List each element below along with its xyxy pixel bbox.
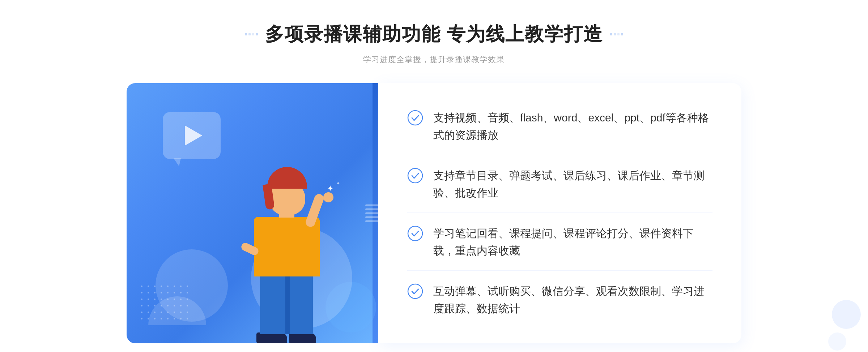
header-section: 多项录播课辅助功能 专为线上教学打造 学习进度全掌握，提升录播课教学效果 [245, 22, 623, 65]
dot-2 [248, 33, 251, 35]
dot-7 [617, 33, 620, 35]
dot-4 [256, 33, 258, 35]
subtitle: 学习进度全掌握，提升录播课教学效果 [245, 54, 623, 65]
deco-circle-right-1 [832, 300, 861, 329]
play-bubble [163, 112, 221, 159]
title-decoration-left [245, 33, 258, 35]
dot-8 [621, 33, 623, 35]
content-area: ✦ ✦ 支持视频、音频、flash、word、excel、ppt、pd [127, 83, 741, 343]
feature-text-3: 学习笔记回看、课程提问、课程评论打分、课件资料下载，重点内容收藏 [433, 225, 712, 259]
feature-item-3: 学习笔记回看、课程提问、课程评论打分、课件资料下载，重点内容收藏 [407, 214, 712, 271]
page-wrapper: 多项录播课辅助功能 专为线上教学打造 学习进度全掌握，提升录播课教学效果 » [0, 0, 868, 352]
illustration-container: ✦ ✦ [127, 83, 373, 343]
feature-text-4: 互动弹幕、试听购买、微信分享、观看次数限制、学习进度跟踪、数据统计 [433, 283, 712, 317]
star-small: ✦ [336, 180, 340, 186]
hand-tip [323, 192, 333, 202]
deco-circle-right-2 [828, 332, 846, 351]
feature-item-2: 支持章节目录、弹题考试、课后练习、课后作业、章节测验、批改作业 [407, 156, 712, 213]
svg-point-3 [408, 284, 422, 299]
dot-1 [245, 33, 247, 35]
features-container: 支持视频、音频、flash、word、excel、ppt、pdf等各种格式的资源… [378, 83, 741, 343]
svg-point-1 [408, 168, 422, 183]
hair-top [267, 167, 307, 189]
svg-point-2 [408, 226, 422, 241]
check-icon-4 [407, 283, 423, 299]
pants-middle [285, 273, 290, 334]
pants-right [288, 273, 313, 334]
dot-6 [614, 33, 616, 35]
check-icon-3 [407, 226, 423, 241]
svg-point-0 [408, 111, 422, 125]
title-row: 多项录播课辅助功能 专为线上教学打造 [245, 22, 623, 47]
title-decoration-right [610, 33, 623, 35]
main-title: 多项录播课辅助功能 专为线上教学打造 [265, 22, 603, 47]
circle-large [156, 249, 228, 322]
arm-right [305, 193, 325, 228]
play-icon [185, 125, 202, 146]
feature-item-4: 互动弹幕、试听购买、微信分享、观看次数限制、学习进度跟踪、数据统计 [407, 272, 712, 328]
dot-5 [610, 33, 612, 35]
feature-item-1: 支持视频、音频、flash、word、excel、ppt、pdf等各种格式的资源… [407, 98, 712, 155]
dot-3 [252, 33, 254, 35]
feature-text-1: 支持视频、音频、flash、word、excel、ppt、pdf等各种格式的资源… [433, 109, 712, 144]
check-icon-1 [407, 110, 423, 126]
feature-text-2: 支持章节目录、弹题考试、课后练习、课后作业、章节测验、批改作业 [433, 167, 712, 202]
person-figure: ✦ ✦ [222, 126, 359, 343]
pants-left [260, 273, 286, 334]
stripe-decoration [365, 205, 383, 222]
star-large: ✦ [327, 184, 333, 193]
check-icon-2 [407, 168, 423, 184]
